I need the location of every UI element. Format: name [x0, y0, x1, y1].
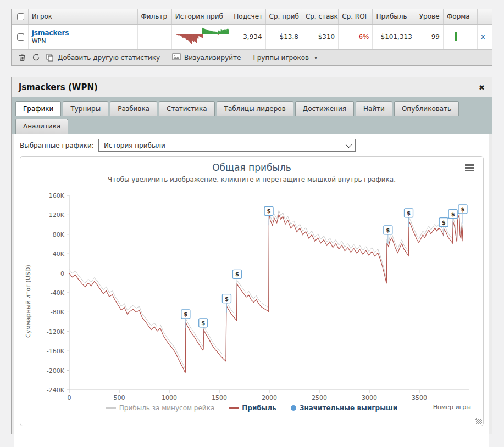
svg-text:$: $ [225, 296, 229, 302]
close-icon[interactable]: ✖ [479, 83, 485, 92]
legend-item[interactable]: Прибыль [229, 404, 276, 412]
profit-chart-svg[interactable]: 160K120K80K40K0-40K-80K-120K-160K-200K-2… [26, 188, 477, 402]
column-header[interactable]: Урове [416, 9, 443, 24]
column-header[interactable]: Прибыль [373, 9, 416, 24]
svg-text:1500: 1500 [212, 394, 227, 401]
tab-Графики[interactable]: Графики [15, 101, 61, 116]
svg-text:500: 500 [114, 394, 125, 401]
tab-Разбивка[interactable]: Разбивка [110, 101, 157, 116]
svg-text:-120K: -120K [47, 328, 65, 336]
row-checkbox[interactable] [17, 33, 24, 41]
remove-row-link[interactable]: x [481, 33, 485, 41]
profit-history-cell [171, 24, 230, 49]
tab-Статистика[interactable]: Статистика [159, 101, 215, 116]
tab-Опубликовать[interactable]: Опубликовать [394, 101, 459, 116]
player-groups-button[interactable]: Группы игроков ▾ [253, 54, 317, 62]
svg-text:3500: 3500 [412, 394, 427, 401]
form-cell [444, 24, 478, 49]
panel-title: jsmackers (WPN) [19, 82, 98, 92]
table-row: jsmackers WPN 3,934 $13.8 $310 -6% $101,… [12, 24, 492, 49]
legend-label: Значительные выигрыши [300, 404, 397, 412]
visualize-label: Визуализируйте [184, 54, 241, 62]
add-statistic-button[interactable]: Добавить другую статистику [46, 53, 160, 62]
refresh-button[interactable] [32, 53, 40, 62]
tab-Таблицы лидеров[interactable]: Таблицы лидеров [217, 101, 293, 116]
avg-roi-cell: -6% [339, 24, 373, 49]
profit-chart: Общая прибыль Чтобы увеличить изображени… [20, 156, 484, 426]
svg-text:-160K: -160K [47, 348, 65, 355]
page: { "colors": { "link_blue": "#0b63a6", "r… [0, 0, 504, 447]
filter-cell[interactable] [137, 24, 171, 49]
count-cell: 3,934 [230, 24, 265, 49]
level-cell: 99 [416, 24, 443, 49]
legend-item[interactable]: Прибыль за минусом рейка [106, 404, 214, 412]
visualize-button[interactable]: Визуализируйте [172, 53, 241, 62]
results-table: ИгрокФильтрИстория прибПодсчетСр. прибСр… [12, 9, 492, 49]
svg-text:2500: 2500 [312, 394, 327, 401]
svg-text:80K: 80K [53, 231, 65, 238]
legend-label: Прибыль за минусом рейка [119, 404, 214, 412]
column-header[interactable]: Ср. ставк [302, 9, 338, 24]
svg-text:-240K: -240K [47, 387, 65, 394]
select-all-checkbox[interactable] [17, 13, 24, 20]
column-header[interactable]: Игрок [28, 9, 137, 24]
legend-marker [106, 407, 116, 409]
svg-text:0: 0 [68, 394, 71, 401]
chart-title: Общая прибыль [20, 162, 483, 173]
graph-select-row: Выбранные графики: История прибыли [14, 134, 489, 154]
legend-label: Прибыль [242, 404, 276, 412]
column-header[interactable]: Форма [444, 9, 478, 24]
svg-text:3000: 3000 [362, 394, 377, 401]
svg-text:$: $ [442, 220, 446, 226]
legend-item[interactable]: Значительные выигрыши [291, 404, 397, 412]
chevron-down-icon [346, 141, 352, 147]
refresh-icon [32, 53, 40, 62]
svg-text:-40K: -40K [51, 289, 65, 297]
svg-text:$: $ [235, 271, 239, 277]
tab-row-1: ГрафикиТурнирыРазбивкаСтатистикаТаблицы … [15, 101, 488, 116]
svg-text:40K: 40K [53, 250, 65, 258]
svg-text:$: $ [451, 211, 455, 217]
svg-text:120K: 120K [49, 211, 65, 219]
legend-marker [229, 407, 239, 409]
trash-icon [18, 53, 26, 62]
svg-text:160K: 160K [49, 192, 65, 199]
chart-menu-icon[interactable] [465, 163, 474, 172]
delete-button[interactable] [18, 53, 26, 62]
svg-text:$: $ [201, 320, 205, 326]
column-header[interactable]: Ср. приб [265, 9, 302, 24]
graph-type-select[interactable]: История прибыли [98, 139, 356, 152]
caret-down-icon: ▾ [314, 54, 317, 60]
column-header[interactable]: Подсчет [230, 9, 265, 24]
player-link[interactable]: jsmackers [32, 29, 134, 37]
graph-type-value: История прибыли [104, 142, 165, 149]
column-header[interactable]: Ср. ROI [339, 9, 373, 24]
svg-text:$: $ [267, 208, 271, 214]
chart-footer: Прибыль за минусом рейкаПрибыльЗначитель… [20, 402, 483, 414]
svg-text:$: $ [386, 227, 390, 233]
svg-text:-200K: -200K [47, 367, 65, 375]
table-header-row: ИгрокФильтрИстория прибПодсчетСр. прибСр… [12, 9, 492, 24]
tab-band: ГрафикиТурнирыРазбивкаСтатистикаТаблицы … [12, 97, 492, 134]
tab-row-2: Аналитика [15, 119, 488, 134]
add-statistic-label: Добавить другую статистику [58, 54, 160, 62]
tab-Аналитика[interactable]: Аналитика [15, 119, 68, 134]
chart-subtitle: Чтобы увеличить изображение, кликните и … [20, 176, 483, 183]
tab-Найти[interactable]: Найти [356, 101, 392, 116]
x-axis-title: Номер игры [433, 404, 471, 411]
svg-text:$: $ [184, 311, 187, 317]
panel-header: jsmackers (WPN) ✖ [12, 77, 492, 97]
form-bar [455, 32, 457, 41]
select-all-cell [12, 9, 28, 24]
player-panel: jsmackers (WPN) ✖ ГрафикиТурнирыРазбивка… [11, 77, 492, 434]
column-header[interactable]: История приб [171, 9, 230, 24]
chart-legend: Прибыль за минусом рейкаПрибыльЗначитель… [106, 404, 397, 412]
tab-Турниры[interactable]: Турниры [63, 101, 108, 116]
selected-graphs-label: Выбранные графики: [20, 142, 94, 149]
tab-Достижения[interactable]: Достижения [295, 101, 354, 116]
resize-grip[interactable] [475, 418, 482, 424]
y-axis-title: Суммарный итог (USD) [25, 265, 32, 338]
profit-history-sparkline[interactable] [175, 26, 230, 47]
svg-text:-80K: -80K [51, 309, 65, 316]
column-header[interactable]: Фильтр [137, 9, 171, 24]
